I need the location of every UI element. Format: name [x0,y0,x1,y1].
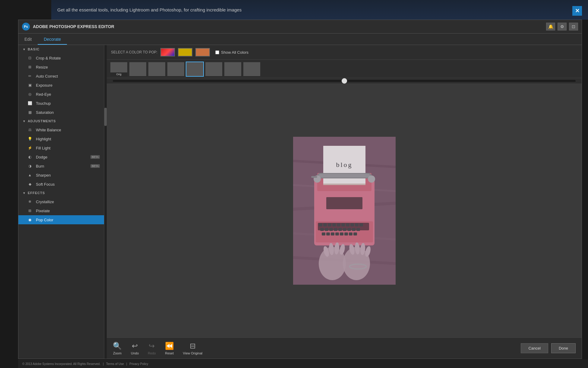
slider-thumb[interactable] [342,78,347,84]
fill-light-icon: ⚡ [27,146,33,150]
sidebar-item-touchup[interactable]: ⬜ Touchup [18,99,104,108]
color-selector-bar: SELECT A COLOR TO POP: Show All Colors [107,45,582,60]
footer: © 2013 Adobe Systems Incorporated. All R… [18,360,588,368]
photo-image: blog [293,137,396,285]
resize-icon: ⊞ [27,65,33,69]
bottom-toolbar: 🔍 Zoom ↩ Undo ↪ Redo ⏪ Reset [107,338,582,359]
highlight-icon: 💡 [27,136,33,141]
dodge-badge: BETA [90,155,100,159]
sidebar-item-resize[interactable]: ⊞ Resize [18,62,104,72]
done-button[interactable]: Done [551,343,576,353]
footer-terms-link[interactable]: Terms of Use [106,362,124,366]
filter-thumb-bw[interactable] [129,62,147,77]
effect-slider[interactable] [113,80,576,82]
sidebar-item-dodge[interactable]: ◐ Dodge BETA [18,152,104,162]
sidebar-item-white-balance[interactable]: ⚖ White Balance [18,125,104,134]
sidebar-item-sharpen[interactable]: ▲ Sharpen [18,171,104,180]
sidebar-item-soft-focus[interactable]: ◆ Soft Focus [18,180,104,189]
section-effects[interactable]: ▼ EFFECTS [18,189,104,197]
saturation-icon: ▦ [27,110,33,115]
crystallize-icon: ❄ [27,199,33,204]
auto-correct-icon: ✏ [27,74,33,78]
top-banner: Get all the essential tools, including L… [51,0,588,20]
filter-thumb-cool[interactable] [167,62,185,77]
sidebar-item-burn[interactable]: ◑ Burn BETA [18,162,104,171]
pixelate-icon: ⊞ [27,208,33,213]
reset-button[interactable]: ⏪ Reset [165,342,174,355]
slider-container [107,78,582,84]
sidebar-item-pixelate[interactable]: ⊞ Pixelate [18,206,104,215]
scrollbar-thumb[interactable] [104,108,107,126]
sidebar-item-exposure[interactable]: ▣ Exposure [18,81,104,90]
pop-color-icon: ◉ [27,217,33,222]
tab-edit[interactable]: Edit [18,34,38,45]
filter-thumb-inner [205,62,222,76]
color-selector-label: SELECT A COLOR TO POP: [111,50,157,54]
sidebar-item-crop-rotate[interactable]: ⊡ Crop & Rotate [18,53,104,62]
settings-button[interactable]: ⚙ [558,23,567,30]
toolbar-actions: 🔍 Zoom ↩ Undo ↪ Redo ⏪ Reset [113,342,521,355]
section-basic[interactable]: ▼ BASIC [18,45,104,53]
filter-thumb-original[interactable]: Orig [110,62,128,77]
view-original-label: View Original [183,351,203,355]
sidebar-item-pop-color[interactable]: ◉ Pop Color [18,215,104,224]
filter-thumb-inner [129,62,146,76]
window-resize-button[interactable]: ⊡ [569,23,578,30]
tab-bar: Edit Decorate [18,34,582,45]
filter-thumb-inner [243,62,260,76]
view-original-icon: ⊟ [190,342,196,350]
color-swatch-yellow[interactable] [178,48,192,56]
banner-text: Get all the essential tools, including L… [57,7,242,12]
filter-thumb-blue[interactable] [186,62,204,77]
sidebar-item-red-eye[interactable]: ◎ Red-Eye [18,90,104,99]
filter-thumb-inner [167,62,184,76]
zoom-button[interactable]: 🔍 Zoom [113,342,122,355]
footer-copyright: © 2013 Adobe Systems Incorporated. All R… [22,362,100,366]
basic-arrow: ▼ [23,48,26,51]
exposure-icon: ▣ [27,83,33,88]
notification-button[interactable]: 🔔 [546,23,555,30]
filter-thumb-pink[interactable] [224,62,242,77]
sidebar-item-fill-light[interactable]: ⚡ Fill Light [18,143,104,152]
filter-thumb-inner [186,62,203,76]
main-panel: SELECT A COLOR TO POP: Show All Colors O… [107,45,582,359]
app-title: ADOBE PHOTOSHOP EXPRESS EDITOR [33,24,546,29]
view-original-button[interactable]: ⊟ View Original [183,342,203,355]
effects-arrow: ▼ [23,191,26,195]
show-all-colors-label: Show All Colors [221,50,248,55]
filter-thumb-label: Orig [110,72,127,76]
tab-decorate[interactable]: Decorate [38,34,67,45]
sidebar-item-auto-correct[interactable]: ✏ Auto Correct [18,72,104,81]
filter-thumb-greenish[interactable] [148,62,166,77]
filter-thumbnails: Orig [110,62,579,78]
soft-focus-icon: ◆ [27,182,33,187]
app-logo: Ps [22,23,30,30]
footer-separator: | [103,362,104,366]
filter-thumb-purple[interactable] [205,62,223,77]
sidebar-item-highlight[interactable]: 💡 Highlight [18,134,104,143]
footer-separator2: | [126,362,127,366]
undo-icon: ↩ [132,342,138,350]
burn-badge: BETA [90,164,100,168]
footer-privacy-link[interactable]: Privacy Policy [129,362,148,366]
cancel-button[interactable]: Cancel [521,343,548,353]
show-all-colors-checkbox[interactable] [215,50,219,54]
redo-label: Redo [148,351,156,355]
undo-button[interactable]: ↩ Undo [131,342,139,355]
banner-close-button[interactable]: ✕ [572,6,582,16]
section-adjustments[interactable]: ▼ ADJUSTMENTS [18,117,104,125]
undo-label: Undo [131,351,139,355]
color-swatch-red[interactable] [160,48,175,56]
color-swatch-orange[interactable] [195,48,210,56]
filter-thumb-warm[interactable] [243,62,261,77]
sidebar-item-saturation[interactable]: ▦ Saturation [18,108,104,117]
burn-icon: ◑ [27,164,33,168]
adjustments-arrow: ▼ [23,120,26,123]
redo-button[interactable]: ↪ Redo [148,342,156,355]
sidebar-item-crystallize[interactable]: ❄ Crystallize [18,197,104,206]
reset-label: Reset [165,351,174,355]
sidebar-scrollbar[interactable] [104,45,107,359]
editor-window: Ps ADOBE PHOTOSHOP EXPRESS EDITOR 🔔 ⚙ ⊡ … [18,20,582,359]
red-eye-icon: ◎ [27,92,33,97]
show-all-colors-control[interactable]: Show All Colors [215,50,248,55]
